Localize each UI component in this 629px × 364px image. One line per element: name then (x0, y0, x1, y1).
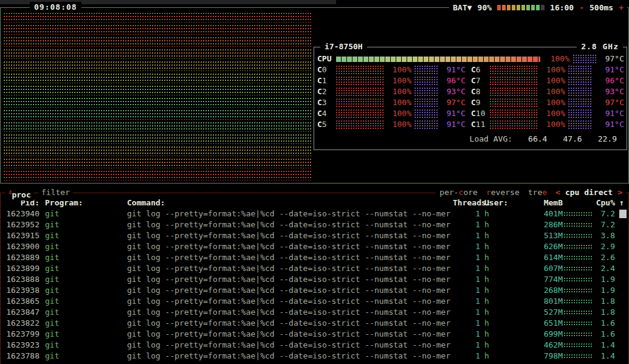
load-average-1m: 66.4 (528, 134, 547, 145)
process-user: h (480, 307, 535, 318)
process-row[interactable]: 1623799 git git log --pretty=format:%ae|… (1, 329, 628, 340)
process-user: h (480, 252, 535, 263)
process-pid: 1623923 (1, 340, 40, 351)
process-threads: 1 (453, 329, 480, 340)
reverse-toggle[interactable]: reverse (486, 187, 520, 198)
per-core-toggle[interactable]: per-core (439, 187, 478, 198)
process-pid: 1623847 (1, 307, 40, 318)
core-row: C10 100% 91°C (468, 108, 627, 119)
process-command: git log --pretty=format:%ae|%cd --date=i… (127, 285, 453, 296)
update-interval: 500ms (589, 2, 613, 13)
clock: 09:08:08 (30, 2, 81, 13)
column-command: Command: (127, 197, 453, 208)
process-pid: 1623788 (1, 351, 40, 362)
battery-meter-block (521, 5, 525, 10)
interval-decrease-button[interactable]: - (579, 2, 584, 13)
process-program: git (40, 307, 127, 318)
process-row[interactable]: 1623923 git git log --pretty=format:%ae|… (1, 340, 628, 351)
process-mem: 286M (535, 219, 563, 230)
core-temp-graph (414, 98, 439, 107)
cores-grid: C0 100% 91°C C1 100% 96°C C2 (314, 64, 627, 130)
process-threads: 1 (453, 318, 480, 329)
core-percent: 100% (383, 86, 411, 97)
core-temp: 91°C (442, 119, 468, 130)
core-temp-graph (414, 109, 439, 118)
process-row[interactable]: 1623865 git git log --pretty=format:%ae|… (1, 296, 628, 307)
process-cpu: 1.9 (596, 274, 615, 285)
core-usage-meter (336, 98, 383, 107)
core-percent: 100% (537, 75, 565, 86)
filter-button[interactable]: filter (38, 187, 73, 198)
process-cpu-graph (564, 300, 592, 304)
process-threads: 1 (453, 307, 480, 318)
process-cpu: 1.8 (596, 307, 615, 318)
graph-row (4, 61, 311, 71)
process-cpu: 2.9 (596, 241, 615, 252)
core-percent: 100% (537, 97, 565, 108)
load-average-5m: 47.6 (563, 134, 582, 145)
process-row[interactable]: 1623938 git git log --pretty=format:%ae|… (1, 285, 628, 296)
process-command: git log --pretty=format:%ae|%cd --date=i… (127, 230, 453, 241)
proc-title[interactable]: 4proc (5, 187, 34, 201)
process-row[interactable]: 1623888 git git log --pretty=format:%ae|… (1, 274, 628, 285)
process-program: git (40, 296, 127, 307)
proc-table-rows: 1623940 git git log --pretty=format:%ae|… (1, 208, 628, 362)
process-row[interactable]: 1623788 git git log --pretty=format:%ae|… (1, 351, 628, 362)
process-user: h (480, 318, 535, 329)
battery-meter-block (536, 5, 540, 10)
process-user: h (480, 351, 535, 362)
battery-label: BAT▼ (453, 2, 472, 13)
core-usage-meter (490, 66, 537, 74)
graph-row (4, 74, 311, 83)
load-average-label: Load AVG: (470, 134, 512, 145)
process-row[interactable]: 1623822 git git log --pretty=format:%ae|… (1, 318, 628, 329)
graph-row (4, 13, 311, 22)
process-program: git (40, 329, 127, 340)
process-cpu: 3.8 (596, 230, 615, 241)
process-user: h (480, 296, 535, 307)
process-pid: 1623900 (1, 241, 40, 252)
core-usage-meter (490, 98, 537, 107)
core-temp: 91°C (596, 119, 627, 130)
process-row[interactable]: 1623940 git git log --pretty=format:%ae|… (1, 208, 628, 219)
cpu-model: i7-8750H (320, 41, 367, 52)
process-cpu-graph (564, 343, 592, 348)
scrollbar-thumb[interactable] (619, 210, 627, 218)
process-program: git (40, 285, 127, 296)
core-temp-graph (568, 88, 593, 96)
core-temp: 96°C (442, 75, 468, 86)
process-row[interactable]: 1623847 git git log --pretty=format:%ae|… (1, 307, 628, 318)
battery-meter-block (502, 5, 506, 10)
core-temp-graph (414, 77, 439, 85)
process-row[interactable]: 1623952 git git log --pretty=format:%ae|… (1, 219, 628, 230)
process-program: git (40, 263, 127, 274)
core-temp-graph (414, 120, 439, 129)
core-row: C1 100% 96°C (314, 75, 468, 86)
graph-row (4, 49, 311, 59)
process-row[interactable]: 1623889 git git log --pretty=format:%ae|… (1, 252, 628, 263)
process-row[interactable]: 1623900 git git log --pretty=format:%ae|… (1, 241, 628, 252)
proc-panel: 4proc filter per-core reverse tree < cpu… (0, 193, 629, 364)
sort-prev-button[interactable]: < (555, 187, 560, 198)
process-program: git (40, 219, 127, 230)
sort-next-button[interactable]: > (617, 187, 622, 198)
process-row[interactable]: 1623915 git git log --pretty=format:%ae|… (1, 230, 628, 241)
process-command: git log --pretty=format:%ae|%cd --date=i… (127, 329, 453, 340)
cpu-temp-graph (573, 55, 597, 63)
graph-row (4, 98, 311, 108)
interval-increase-button[interactable]: + (619, 2, 624, 13)
core-temp-graph (568, 120, 593, 129)
process-mem: 513M (535, 230, 563, 241)
process-command: git log --pretty=format:%ae|%cd --date=i… (127, 307, 453, 318)
tree-toggle[interactable]: tree (528, 187, 547, 198)
process-row[interactable]: 1623899 git git log --pretty=format:%ae|… (1, 263, 628, 274)
process-program: git (40, 208, 127, 219)
core-temp: 97°C (442, 97, 468, 108)
core-temp: 91°C (442, 64, 468, 75)
process-pid: 1623799 (1, 329, 40, 340)
process-cpu-graph (564, 256, 592, 260)
core-temp-graph (414, 66, 439, 74)
process-threads: 1 (453, 263, 480, 274)
process-command: git log --pretty=format:%ae|%cd --date=i… (127, 219, 453, 230)
process-threads: 1 (453, 252, 480, 263)
